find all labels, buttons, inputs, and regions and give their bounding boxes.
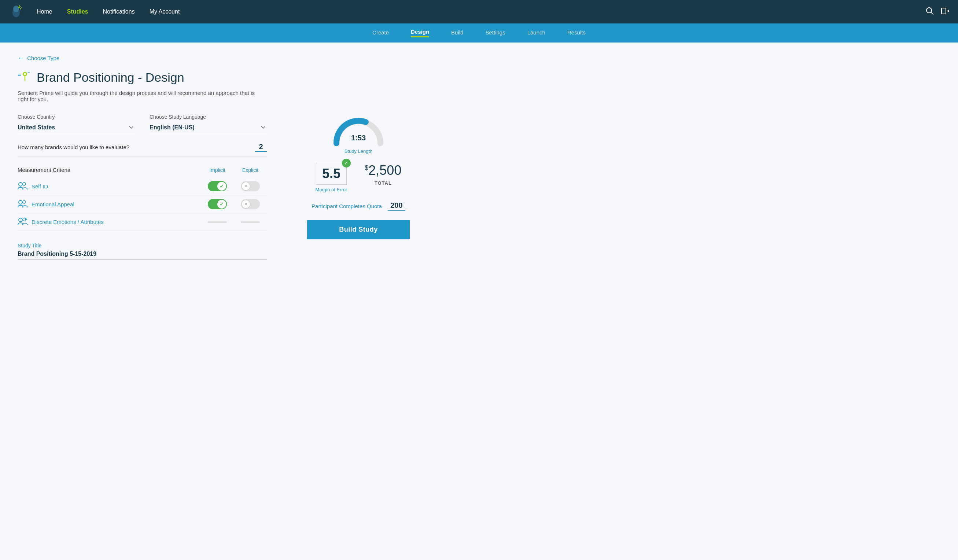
- gauge-container: 1:53 Study Length: [329, 114, 388, 154]
- country-language-row: Choose Country United States Choose Stud…: [17, 114, 267, 132]
- country-label: Choose Country: [17, 114, 135, 120]
- svg-point-2: [13, 5, 19, 12]
- margin-check-icon: ✓: [342, 159, 351, 168]
- search-icon[interactable]: [926, 7, 934, 17]
- criteria-row-emotional-appeal: Emotional Appeal: [17, 195, 267, 213]
- brands-value[interactable]: 2: [255, 143, 267, 152]
- svg-point-7: [21, 7, 22, 8]
- criteria-name-emotional-appeal: Emotional Appeal: [17, 199, 201, 209]
- study-title-section: Study Title Brand Positioning 5-15-2019: [17, 243, 267, 260]
- criteria-explicit-label: Explicit: [234, 167, 267, 173]
- logo-icon: [9, 4, 25, 20]
- total-label: TOTAL: [374, 180, 392, 186]
- tab-launch[interactable]: Launch: [527, 29, 545, 37]
- margin-value: 5.5: [322, 166, 341, 181]
- gauge-svg: 1:53: [329, 114, 388, 147]
- total-value: $2,500: [365, 163, 401, 178]
- margin-box: ✓ 5.5: [316, 163, 347, 185]
- tab-design[interactable]: Design: [411, 29, 429, 37]
- criteria-row-discrete-emotions: Discrete Emotions / Attributes: [17, 213, 267, 231]
- sub-nav: Create Design Build Settings Launch Resu…: [0, 24, 958, 43]
- nav-right: [926, 7, 949, 17]
- logo: [9, 4, 25, 20]
- back-arrow-icon: ←: [17, 54, 24, 62]
- total-box: $2,500 TOTAL: [365, 163, 401, 186]
- language-field-group: Choose Study Language English (EN-US): [149, 114, 267, 132]
- svg-line-9: [931, 12, 933, 14]
- country-field-group: Choose Country United States: [17, 114, 135, 132]
- nav-home[interactable]: Home: [36, 8, 52, 15]
- criteria-title: Measurement Criteria: [17, 167, 201, 173]
- nav-studies[interactable]: Studies: [67, 8, 88, 15]
- criteria-name-discrete-emotions: Discrete Emotions / Attributes: [17, 217, 201, 227]
- brands-label: How many brands would you like to evalua…: [17, 144, 129, 150]
- self-id-explicit-toggle[interactable]: [234, 181, 267, 191]
- language-label: Choose Study Language: [149, 114, 267, 120]
- discrete-emotions-implicit-toggle[interactable]: [201, 221, 234, 223]
- criteria-row-self-id: Self ID: [17, 178, 267, 195]
- svg-point-19: [23, 200, 25, 203]
- measurement-criteria-section: Measurement Criteria Implicit Explicit: [17, 167, 267, 231]
- svg-point-5: [20, 6, 21, 7]
- quota-row: Participant Completes Quota 200: [289, 201, 428, 211]
- quota-label: Participant Completes Quota: [311, 203, 382, 209]
- page-title-row: Brand Positioning - Design: [17, 69, 495, 86]
- criteria-header: Measurement Criteria Implicit Explicit: [17, 167, 267, 173]
- discrete-emotions-icon: [17, 217, 28, 227]
- criteria-implicit-label: Implicit: [201, 167, 234, 173]
- back-link-label: Choose Type: [27, 55, 59, 61]
- sub-nav-links: Create Design Build Settings Launch Resu…: [9, 29, 949, 37]
- build-study-button[interactable]: Build Study: [307, 220, 410, 239]
- svg-point-18: [19, 200, 22, 204]
- brands-row: How many brands would you like to evalua…: [17, 143, 267, 157]
- svg-point-4: [20, 8, 21, 10]
- svg-point-6: [19, 5, 20, 6]
- svg-point-20: [19, 218, 22, 222]
- page-title-icon: [17, 69, 31, 86]
- self-id-label: Self ID: [32, 183, 48, 189]
- tab-results[interactable]: Results: [567, 29, 586, 37]
- study-title-label: Study Title: [17, 243, 267, 249]
- study-title-value[interactable]: Brand Positioning 5-15-2019: [17, 251, 267, 260]
- discrete-emotions-explicit-toggle[interactable]: [234, 221, 267, 223]
- country-select[interactable]: United States: [17, 123, 135, 132]
- svg-point-17: [23, 182, 25, 186]
- back-link[interactable]: ← Choose Type: [17, 54, 495, 62]
- nav-notifications[interactable]: Notifications: [103, 8, 135, 15]
- svg-point-3: [18, 6, 20, 8]
- content-layout: Choose Country United States Choose Stud…: [17, 114, 495, 260]
- page-subtitle: Sentient Prime will guide you through th…: [17, 90, 256, 102]
- discrete-emotions-label: Discrete Emotions / Attributes: [32, 219, 104, 225]
- right-panel: 1:53 Study Length ✓ 5.5 Margin of Error: [289, 114, 428, 239]
- self-id-icon: [17, 181, 28, 191]
- emotional-appeal-label: Emotional Appeal: [32, 201, 75, 208]
- tab-create[interactable]: Create: [372, 29, 389, 37]
- nav-my-account[interactable]: My Account: [149, 8, 180, 15]
- nav-links: Home Studies Notifications My Account: [36, 8, 926, 15]
- emotional-appeal-implicit-toggle[interactable]: [201, 199, 234, 209]
- svg-point-16: [19, 182, 22, 186]
- quota-value[interactable]: 200: [388, 201, 405, 211]
- emotional-appeal-icon: [17, 199, 28, 209]
- svg-rect-10: [942, 8, 946, 14]
- tab-settings[interactable]: Settings: [485, 29, 505, 37]
- page-title: Brand Positioning - Design: [36, 70, 184, 85]
- self-id-implicit-toggle[interactable]: [201, 181, 234, 191]
- logout-icon[interactable]: [941, 7, 949, 17]
- margin-of-error-box: ✓ 5.5 Margin of Error: [316, 163, 347, 192]
- svg-point-15: [24, 73, 26, 75]
- gauge-study-length-label: Study Length: [344, 148, 373, 154]
- left-panel: Choose Country United States Choose Stud…: [17, 114, 267, 260]
- metrics-row: ✓ 5.5 Margin of Error $2,500 TOTAL: [289, 163, 428, 192]
- tab-build[interactable]: Build: [451, 29, 463, 37]
- criteria-name-self-id: Self ID: [17, 181, 201, 191]
- emotional-appeal-explicit-toggle[interactable]: [234, 199, 267, 209]
- svg-text:1:53: 1:53: [351, 134, 366, 142]
- main-content: ← Choose Type Brand Positioning - Design…: [0, 43, 513, 271]
- top-nav: Home Studies Notifications My Account: [0, 0, 958, 24]
- language-select[interactable]: English (EN-US): [149, 123, 267, 132]
- margin-label: Margin of Error: [316, 187, 347, 192]
